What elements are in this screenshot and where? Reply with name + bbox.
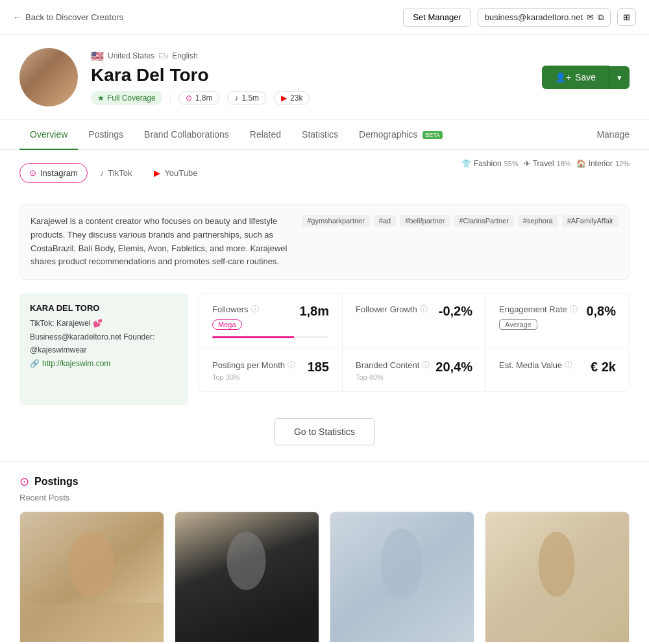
avatar-image bbox=[19, 48, 78, 106]
svg-point-8 bbox=[539, 532, 575, 597]
avatar bbox=[19, 48, 78, 106]
chevron-down-icon: ▾ bbox=[617, 73, 622, 82]
hashtag-4: #ClarinsPartner bbox=[454, 215, 513, 227]
tab-demographics[interactable]: Demographics BETA bbox=[349, 120, 453, 150]
stat-branded-label: Branded Content ⓘ bbox=[356, 360, 430, 371]
instagram-tab-label: Instagram bbox=[40, 168, 78, 178]
back-arrow-icon: ← bbox=[13, 12, 21, 22]
stat-engagement-label: Engagement Rate ⓘ bbox=[499, 304, 578, 315]
stat-growth-label: Follower Growth ⓘ bbox=[356, 304, 428, 315]
profile-card-tiktok: TikTok: Karajewel 💕 bbox=[30, 317, 178, 330]
tiktok-badge[interactable]: ♪ 1,5m bbox=[227, 91, 266, 105]
instagram-icon: ⊙ bbox=[186, 93, 192, 103]
svg-point-6 bbox=[381, 528, 422, 600]
category-interior: 🏠 Interior 12% bbox=[576, 159, 630, 168]
instagram-tab-icon: ⊙ bbox=[29, 168, 36, 178]
bio-section: Karajewel is a content creator who focus… bbox=[19, 204, 630, 280]
bio-text: Karajewel is a content creator who focus… bbox=[31, 215, 289, 269]
platform-tab-instagram[interactable]: ⊙ Instagram bbox=[19, 163, 88, 183]
engagement-info-icon[interactable]: ⓘ bbox=[570, 304, 578, 315]
email-icon: ✉ bbox=[587, 12, 594, 22]
tiktok-tab-label: TikTok bbox=[108, 168, 132, 178]
average-badge: Average bbox=[499, 319, 537, 330]
profile-country: 🇺🇸 United States EN English bbox=[91, 50, 529, 62]
branded-value: 20,4% bbox=[435, 360, 472, 375]
profile-name: Kara Del Toro bbox=[91, 65, 529, 86]
tab-related[interactable]: Related bbox=[239, 120, 291, 150]
hashtag-2: #ad bbox=[374, 215, 396, 227]
mega-badge: Mega bbox=[212, 319, 242, 330]
youtube-badge[interactable]: ▶ 23k bbox=[274, 91, 310, 105]
post-image-3 bbox=[330, 512, 474, 642]
postings-subtitle: Recent Posts bbox=[19, 493, 630, 502]
profile-card-business: Business@karadeltoro.net Founder: @kajes… bbox=[30, 330, 178, 357]
youtube-followers: 23k bbox=[290, 93, 302, 103]
back-label: Back to Discover Creators bbox=[25, 12, 123, 22]
hashtag-6: #AFamilyAffair bbox=[562, 215, 618, 227]
email-display: business@karadeltoro.net ✉ ⧉ bbox=[478, 8, 611, 27]
youtube-tab-label: YouTube bbox=[164, 168, 197, 178]
platform-tab-tiktok[interactable]: ♪ TikTok bbox=[90, 163, 142, 183]
postings-section: ⊙ Postings Recent Posts Yesterday, 19:21 bbox=[19, 475, 630, 644]
stat-engagement: Engagement Rate ⓘ Average 0,8% bbox=[486, 293, 629, 349]
postings-info-icon[interactable]: ⓘ bbox=[288, 360, 295, 371]
post-card-1: Yesterday, 19:21 Chefs kiss 🤌 (pic # 3 i… bbox=[19, 512, 164, 644]
stat-postings-sublabel: Top 30% bbox=[212, 373, 295, 381]
language-name: English bbox=[172, 51, 197, 60]
postings-title: Postings bbox=[34, 476, 79, 488]
tab-statistics[interactable]: Statistics bbox=[291, 120, 349, 150]
tab-overview[interactable]: Overview bbox=[19, 120, 78, 150]
stat-media-label: Est. Media Value ⓘ bbox=[499, 360, 572, 371]
stat-engagement-header: Engagement Rate ⓘ Average 0,8% bbox=[499, 304, 616, 330]
copy-icon[interactable]: ⧉ bbox=[598, 12, 604, 23]
postings-header: ⊙ Postings bbox=[19, 475, 630, 489]
post-image-2 bbox=[175, 512, 319, 642]
growth-value: -0,2% bbox=[439, 304, 472, 319]
hashtags: #gymsharkpartner #ad #belifpartner #Clar… bbox=[302, 215, 618, 269]
stat-branded-sublabel: Top 40% bbox=[356, 373, 430, 381]
home-icon: 🏠 bbox=[576, 159, 586, 168]
stat-branded-header: Branded Content ⓘ Top 40% 20,4% bbox=[356, 360, 472, 381]
profile-info: 🇺🇸 United States EN English Kara Del Tor… bbox=[91, 50, 529, 105]
stat-branded: Branded Content ⓘ Top 40% 20,4% bbox=[343, 349, 485, 391]
svg-rect-2 bbox=[20, 603, 164, 642]
email-text: business@karadeltoro.net bbox=[485, 12, 583, 22]
save-dropdown-button[interactable]: ▾ bbox=[609, 66, 630, 89]
branded-info-icon[interactable]: ⓘ bbox=[422, 360, 430, 371]
plane-icon: ✈ bbox=[524, 159, 530, 168]
svg-point-1 bbox=[69, 532, 114, 597]
profile-card-link[interactable]: 🔗 http://kajeswim.com bbox=[30, 359, 178, 368]
profile-card: KARA DEL TORO TikTok: Karajewel 💕 Busine… bbox=[19, 293, 188, 405]
tshirt-icon: 👕 bbox=[461, 159, 471, 168]
instagram-followers: 1,8m bbox=[195, 93, 213, 103]
media-info-icon[interactable]: ⓘ bbox=[565, 360, 572, 371]
country-text: United States bbox=[108, 51, 154, 60]
profile-card-name: KARA DEL TORO bbox=[30, 303, 178, 313]
instagram-badge[interactable]: ⊙ 1,8m bbox=[178, 91, 220, 105]
stat-media-value: Est. Media Value ⓘ € 2k bbox=[486, 349, 629, 391]
stat-postings-header: Postings per Month ⓘ Top 30% 185 bbox=[212, 360, 329, 381]
stat-growth-header: Follower Growth ⓘ -0,2% bbox=[356, 304, 472, 319]
set-manager-button[interactable]: Set Manager bbox=[403, 8, 471, 27]
beta-badge: BETA bbox=[422, 131, 443, 139]
save-button[interactable]: 👤+ Save bbox=[542, 66, 609, 89]
followers-info-icon[interactable]: ⓘ bbox=[251, 304, 259, 315]
tab-postings[interactable]: Postings bbox=[78, 120, 134, 150]
tab-brand-collaborations[interactable]: Brand Collaborations bbox=[134, 120, 239, 150]
main-content: ⊙ Instagram ♪ TikTok ▶ YouTube 👕 Fashion… bbox=[0, 150, 649, 644]
external-link-button[interactable]: ⊞ bbox=[617, 8, 636, 26]
star-icon: ★ bbox=[97, 93, 104, 103]
go-to-statistics-button[interactable]: Go to Statistics bbox=[274, 418, 375, 445]
stat-postings: Postings per Month ⓘ Top 30% 185 bbox=[199, 349, 342, 391]
nav-tabs: Overview Postings Brand Collaborations R… bbox=[0, 120, 649, 150]
tiktok-followers: 1,5m bbox=[241, 93, 259, 103]
youtube-tab-icon: ▶ bbox=[154, 168, 160, 178]
platform-tab-youtube[interactable]: ▶ YouTube bbox=[144, 163, 207, 183]
category-fashion: 👕 Fashion 55% bbox=[461, 159, 519, 168]
flag-icon: 🇺🇸 bbox=[91, 50, 104, 62]
post-card-2: 23.09.2024, 21:12 1st day of fall 🤍 ♡ 15… bbox=[175, 512, 319, 644]
growth-info-icon[interactable]: ⓘ bbox=[420, 304, 428, 315]
back-button[interactable]: ← Back to Discover Creators bbox=[13, 12, 123, 22]
manage-link[interactable]: Manage bbox=[596, 120, 630, 149]
followers-value: 1,8m bbox=[299, 304, 329, 319]
